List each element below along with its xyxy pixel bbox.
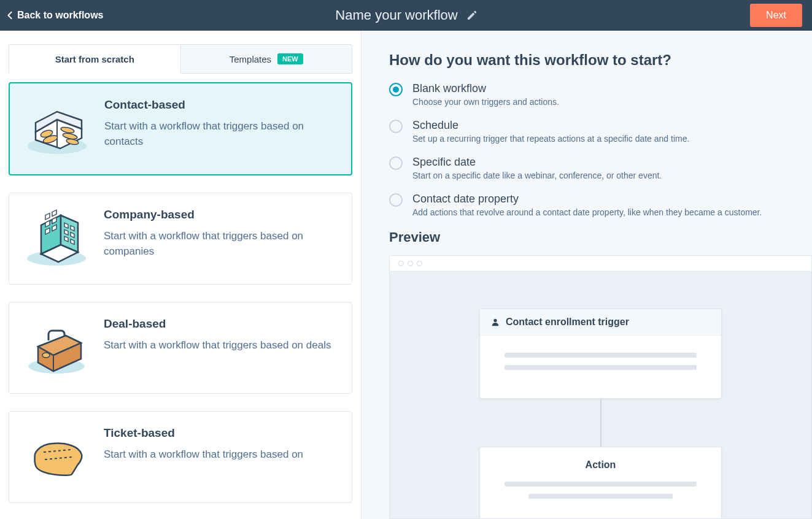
tab-label: Start from scratch xyxy=(55,54,134,64)
workflow-title: Name your workflow xyxy=(335,7,457,23)
header-bar: Back to workflows Name your workflow Nex… xyxy=(0,0,812,31)
option-desc: Set up a recurring trigger that repeats … xyxy=(412,134,689,144)
card-title: Deal-based xyxy=(104,317,331,331)
radio-input[interactable] xyxy=(389,193,403,207)
buildings-icon xyxy=(23,208,90,269)
action-label: Action xyxy=(505,459,697,471)
tab-templates[interactable]: Templates NEW xyxy=(180,44,353,74)
option-desc: Start on a specific date like a webinar,… xyxy=(412,171,662,180)
preview-body: Contact enrollment trigger Action xyxy=(390,272,811,519)
workflow-title-wrap[interactable]: Name your workflow xyxy=(335,7,476,23)
card-desc: Start with a workflow that triggers base… xyxy=(104,447,303,463)
skeleton-line xyxy=(505,482,697,486)
card-desc: Start with a workflow that triggers base… xyxy=(104,119,338,149)
card-company-based[interactable]: Company-based Start with a workflow that… xyxy=(9,193,352,285)
option-desc: Choose your own triggers and actions. xyxy=(412,97,559,107)
option-contact-date-property[interactable]: Contact date property Add actions that r… xyxy=(389,193,812,217)
ticket-icon xyxy=(23,426,90,488)
option-schedule[interactable]: Schedule Set up a recurring trigger that… xyxy=(389,119,812,144)
svg-point-20 xyxy=(42,353,50,358)
start-options: Blank workflow Choose your own triggers … xyxy=(389,82,812,217)
new-badge: NEW xyxy=(277,53,303,64)
back-label: Back to workflows xyxy=(17,10,103,21)
option-title: Blank workflow xyxy=(412,82,559,95)
chrome-dot-icon xyxy=(398,261,404,266)
trigger-label: Contact enrollment trigger xyxy=(506,317,629,328)
card-contact-based[interactable]: Contact-based Start with a workflow that… xyxy=(9,82,352,175)
option-title: Schedule xyxy=(412,119,689,132)
pencil-icon[interactable] xyxy=(466,10,477,21)
option-title: Contact date property xyxy=(412,193,762,206)
preview-chrome xyxy=(390,256,811,272)
option-title: Specific date xyxy=(412,156,662,169)
tab-start-from-scratch[interactable]: Start from scratch xyxy=(9,44,180,74)
briefcase-icon xyxy=(23,317,90,379)
option-specific-date[interactable]: Specific date Start on a specific date l… xyxy=(389,156,812,180)
left-pane: Start from scratch Templates NEW xyxy=(0,31,362,519)
back-to-workflows-link[interactable]: Back to workflows xyxy=(6,10,103,21)
skeleton-line xyxy=(505,353,697,358)
right-heading: How do you want this workflow to start? xyxy=(389,52,812,69)
chrome-dot-icon xyxy=(417,261,422,266)
card-deal-based[interactable]: Deal-based Start with a workflow that tr… xyxy=(9,302,352,394)
radio-input[interactable] xyxy=(389,83,403,96)
tabs: Start from scratch Templates NEW xyxy=(9,44,352,74)
card-title: Contact-based xyxy=(104,98,338,112)
next-button[interactable]: Next xyxy=(750,4,802,27)
preview-trigger-card: Contact enrollment trigger xyxy=(479,309,722,399)
svg-rect-7 xyxy=(45,213,50,220)
skeleton-line xyxy=(528,494,673,499)
skeleton-line xyxy=(505,365,697,370)
contact-icon xyxy=(491,318,500,326)
svg-rect-8 xyxy=(52,210,56,216)
tab-label: Templates xyxy=(230,54,271,64)
option-blank-workflow[interactable]: Blank workflow Choose your own triggers … xyxy=(389,82,812,107)
right-pane: How do you want this workflow to start? … xyxy=(362,31,812,519)
preview-action-card: Action xyxy=(479,447,722,519)
option-desc: Add actions that revolve around a contac… xyxy=(412,207,762,217)
card-title: Ticket-based xyxy=(104,426,303,440)
card-title: Company-based xyxy=(104,208,338,221)
chevron-left-icon xyxy=(6,11,14,20)
card-desc: Start with a workflow that triggers base… xyxy=(104,229,338,259)
chrome-dot-icon xyxy=(408,261,413,266)
connector-line xyxy=(600,399,601,447)
card-desc: Start with a workflow that triggers base… xyxy=(104,338,331,353)
contact-book-icon xyxy=(23,98,91,160)
radio-input[interactable] xyxy=(389,120,403,133)
radio-input[interactable] xyxy=(389,156,403,170)
preview-heading: Preview xyxy=(389,229,812,245)
svg-point-21 xyxy=(493,319,497,322)
card-ticket-based[interactable]: Ticket-based Start with a workflow that … xyxy=(9,411,352,503)
preview-window: Contact enrollment trigger Action xyxy=(389,255,812,519)
